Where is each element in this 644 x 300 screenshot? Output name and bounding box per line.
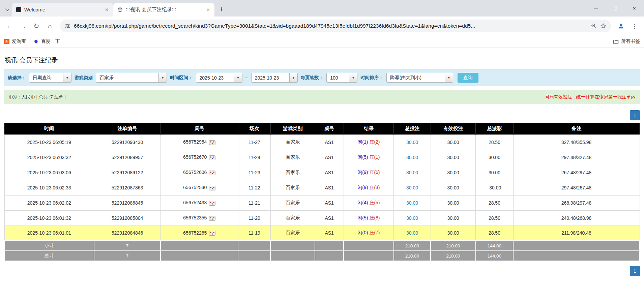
- player-result: 闲(4): [357, 200, 368, 205]
- bookmark-star-icon[interactable]: [600, 23, 606, 29]
- page-number-button[interactable]: 1: [630, 266, 640, 276]
- banker-result: 庄(5): [369, 200, 380, 205]
- person-icon: [617, 22, 625, 30]
- cell-game-type: 百家乐: [270, 134, 315, 150]
- cell-bet-id: 522912089122: [94, 165, 161, 180]
- player-result: 闲(0): [357, 230, 368, 235]
- sort-order-combobox[interactable]: 降幂(由大到小) ▾: [386, 73, 453, 83]
- globe-favicon-icon: [117, 7, 123, 12]
- totals-cell: [270, 251, 315, 261]
- column-header-game-type: 游戏类别: [270, 123, 315, 134]
- browser-tab-welcome[interactable]: Welcome ×: [12, 3, 113, 17]
- bookmarks-bar: 淘 爱淘宝 百度一下 所有书签: [0, 35, 644, 48]
- zoom-icon[interactable]: [591, 23, 597, 29]
- chevron-down-icon[interactable]: ▾: [289, 73, 297, 82]
- cell-round-id: 656752265: [160, 226, 238, 241]
- round-result-icon[interactable]: [209, 201, 215, 206]
- filter-label-date-range: 时间区间：: [170, 75, 193, 81]
- round-result-icon[interactable]: [209, 231, 215, 236]
- total-bet-link[interactable]: 30.00: [406, 170, 418, 175]
- url-text: 66cxkj98.com/ipl/portal.php/game/betreco…: [74, 23, 587, 29]
- bookmarks-right-group: 所有书签: [608, 38, 640, 44]
- subtotal-row: 小计7210.00210.00144.00: [4, 241, 640, 251]
- total-bet-link[interactable]: 30.00: [406, 185, 418, 190]
- bookmark-label: 百度一下: [41, 38, 60, 44]
- forward-button[interactable]: →: [17, 20, 29, 32]
- cell-round-id: 656752355: [160, 210, 238, 226]
- cell-result: 闲(9) 庄(3): [344, 180, 394, 195]
- round-result-icon[interactable]: [209, 186, 215, 190]
- profile-button[interactable]: [615, 20, 627, 32]
- total-bet-link[interactable]: 30.00: [406, 215, 418, 221]
- banker-result: 庄(8): [369, 215, 380, 220]
- cell-game-type: 百家乐: [270, 210, 315, 226]
- column-header-round-id: 局号: [160, 123, 238, 134]
- table-row: 2025-10-23 06:05:19522912093430656752954…: [4, 134, 640, 150]
- totals-cell: 7: [94, 251, 161, 261]
- cell-result: 闲(0) 庄(7): [344, 226, 394, 241]
- query-type-value: 日期查询: [29, 73, 63, 82]
- tab-title: :::视讯 会员下注纪录:::: [126, 6, 203, 13]
- cell-payout: 28.50: [476, 195, 513, 210]
- column-header-table-no: 桌号: [315, 123, 344, 134]
- chevron-down-icon[interactable]: ▾: [445, 73, 453, 82]
- refresh-button[interactable]: ↻: [30, 20, 42, 32]
- minimize-button[interactable]: [586, 0, 606, 17]
- column-header-bet-id: 注单编号: [94, 123, 161, 134]
- round-result-icon[interactable]: [209, 171, 215, 175]
- banker-result: 庄(1): [369, 154, 380, 160]
- cell-table-no: AS1: [315, 180, 344, 195]
- maximize-button[interactable]: [606, 0, 625, 17]
- filter-label-select: 请选择：: [8, 75, 26, 81]
- query-type-combobox[interactable]: 日期查询 ▾: [29, 73, 71, 83]
- back-button[interactable]: ←: [3, 20, 16, 32]
- all-bookmarks-label: 所有书签: [621, 38, 640, 44]
- site-info-icon[interactable]: [65, 23, 70, 29]
- round-result-icon[interactable]: [209, 140, 215, 145]
- page-number-button[interactable]: 1: [630, 110, 640, 120]
- all-bookmarks-button[interactable]: 所有书签: [613, 38, 640, 44]
- player-result: 闲(5): [357, 215, 368, 220]
- search-button[interactable]: 查询: [458, 73, 478, 83]
- home-button[interactable]: ⌂: [44, 20, 56, 32]
- tab-title: Welcome: [24, 7, 101, 12]
- chevron-down-icon[interactable]: ▾: [349, 73, 357, 82]
- cell-game-type: 百家乐: [270, 226, 315, 241]
- page-size-combobox[interactable]: 100 ▾: [326, 73, 357, 83]
- browser-tab-betrecord[interactable]: :::视讯 会员下注纪录::: ×: [113, 3, 214, 17]
- bookmark-item-baidu[interactable]: 百度一下: [33, 38, 60, 44]
- bookmarks-separator: [608, 38, 608, 44]
- cell-result: 闲(5) 庄(1): [344, 150, 394, 165]
- new-tab-button[interactable]: +: [216, 4, 227, 14]
- browser-menu-button[interactable]: ⋮: [628, 20, 641, 32]
- bookmark-item-aitaobao[interactable]: 淘 爱淘宝: [4, 38, 26, 44]
- game-type-combobox[interactable]: 百家乐 ▾: [96, 73, 167, 83]
- cell-result: 闲(9) 庄(6): [344, 165, 394, 180]
- address-bar[interactable]: 66cxkj98.com/ipl/portal.php/game/betreco…: [60, 20, 611, 32]
- round-id-text: 656752438: [183, 200, 207, 205]
- cell-table-no: AS1: [315, 165, 344, 180]
- close-button[interactable]: ×: [625, 0, 644, 17]
- cell-payout: 30.00: [476, 165, 513, 180]
- tab-search-button[interactable]: [2, 4, 12, 15]
- browser-toolbar: ← → ↻ ⌂ 66cxkj98.com/ipl/portal.php/game…: [0, 17, 644, 35]
- total-bet-link[interactable]: 30.00: [406, 200, 418, 206]
- cell-time: 2025-10-23 06:01:01: [4, 226, 94, 241]
- round-result-icon[interactable]: [209, 155, 215, 160]
- total-bet-link[interactable]: 30.00: [406, 230, 418, 236]
- cell-note: 267.48/297.48: [513, 165, 640, 180]
- chevron-down-icon[interactable]: ▾: [63, 73, 71, 82]
- total-bet-link[interactable]: 30.00: [406, 155, 418, 160]
- tab-close-icon[interactable]: ×: [206, 7, 210, 12]
- tab-close-icon[interactable]: ×: [105, 7, 109, 12]
- chevron-down-icon[interactable]: ▾: [234, 73, 242, 82]
- round-result-icon[interactable]: [209, 216, 215, 221]
- pagination-bottom: 1: [4, 266, 640, 276]
- chevron-down-icon[interactable]: ▾: [158, 73, 167, 82]
- total-bet-link[interactable]: 30.00: [406, 140, 418, 145]
- date-from-combobox[interactable]: 2025-10-23 ▾: [196, 73, 242, 83]
- cell-valid-bet: 30.00: [431, 180, 476, 195]
- chevron-down-icon: [5, 8, 9, 11]
- cell-payout: 28.50: [476, 210, 513, 226]
- date-to-combobox[interactable]: 2025-10-23 ▾: [251, 73, 298, 83]
